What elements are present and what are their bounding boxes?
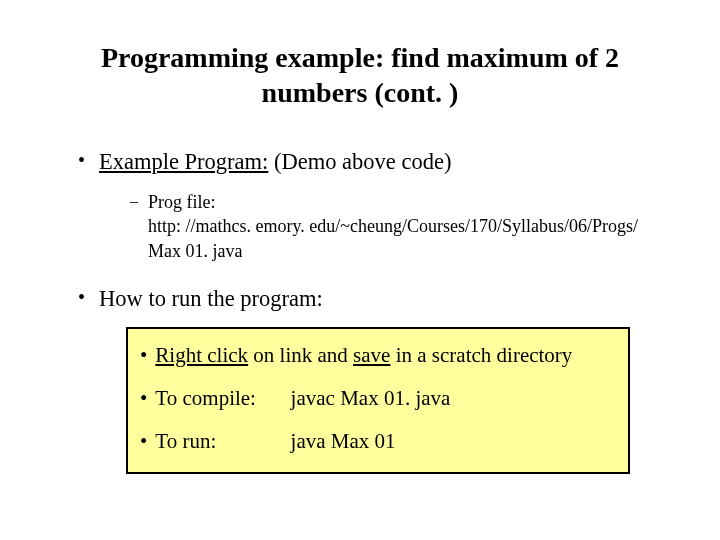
on-link-text: on link and <box>248 343 353 367</box>
box-line-rightclick: • Right click on link and save in a scra… <box>140 343 616 368</box>
compile-label: To compile: <box>155 386 273 411</box>
bullet-dot-icon: • <box>78 285 85 309</box>
run-command: java Max 01 <box>291 429 396 453</box>
box-line-run: • To run: java Max 01 <box>140 429 616 454</box>
sub-bullet-progfile: – Prog file: http: //mathcs. emory. edu/… <box>58 190 662 263</box>
bullet-dot-icon: • <box>140 429 147 454</box>
bullet-how-to-run: • How to run the program: <box>58 285 662 313</box>
bullet-dot-icon: • <box>140 343 147 368</box>
sub-text: Prog file: http: //mathcs. emory. edu/~c… <box>148 190 662 263</box>
scratch-dir-text: in a scratch directory <box>390 343 572 367</box>
right-click-text: Right click <box>155 343 248 367</box>
slide: Programming example: find maximum of 2 n… <box>0 0 720 504</box>
bullet-dot-icon: • <box>140 386 147 411</box>
how-to-run-label: How to run the program: <box>99 285 323 313</box>
progfile-label: Prog file: <box>148 192 216 212</box>
dash-icon: – <box>130 190 138 212</box>
progfile-url: http: //mathcs. emory. edu/~cheung/Cours… <box>148 216 638 260</box>
example-program-rest: (Demo above code) <box>268 149 451 174</box>
instructions-box: • Right click on link and save in a scra… <box>126 327 630 474</box>
compile-command: javac Max 01. java <box>291 386 451 410</box>
bullet-example-program: • Example Program: (Demo above code) <box>58 148 662 176</box>
box-line-text: Right click on link and save in a scratc… <box>155 343 572 368</box>
example-program-label: Example Program: <box>99 149 268 174</box>
save-text: save <box>353 343 390 367</box>
box-line-compile: • To compile: javac Max 01. java <box>140 386 616 411</box>
box-line-text: To run: java Max 01 <box>155 429 395 454</box>
run-label: To run: <box>155 429 273 454</box>
box-line-text: To compile: javac Max 01. java <box>155 386 450 411</box>
bullet-text: Example Program: (Demo above code) <box>99 148 451 176</box>
bullet-dot-icon: • <box>78 148 85 172</box>
slide-title: Programming example: find maximum of 2 n… <box>58 40 662 110</box>
